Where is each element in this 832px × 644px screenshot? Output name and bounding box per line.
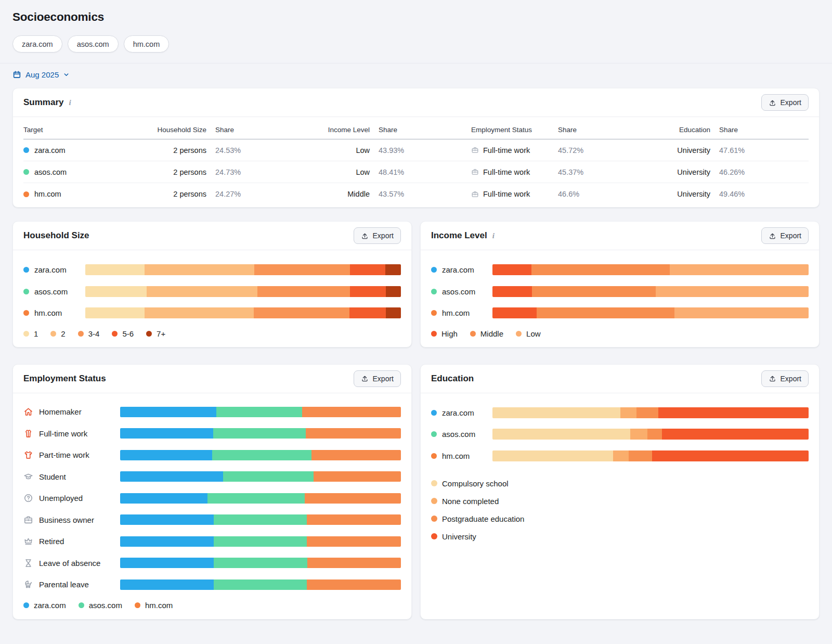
employment-status-value: Full-time work	[471, 146, 549, 154]
bar-segment	[385, 264, 401, 275]
date-picker[interactable]: Aug 2025	[12, 70, 820, 79]
education-bar-row: zara.com	[431, 407, 809, 418]
info-icon[interactable]: i	[69, 98, 71, 107]
income-level-value: Low	[320, 168, 370, 176]
summary-title: Summary	[23, 97, 63, 108]
household-share-value: 24.73%	[206, 168, 320, 176]
export-label: Export	[373, 375, 394, 383]
target-dot	[23, 310, 29, 316]
legend-label: 7+	[157, 329, 165, 338]
legend-label: 1	[34, 329, 38, 338]
legend-item[interactable]: 3-4	[78, 329, 100, 338]
row-label: hm.com	[431, 452, 492, 460]
target-chip[interactable]: asos.com	[68, 35, 119, 53]
export-button[interactable]: Export	[354, 370, 401, 387]
household-bar-row: asos.com	[23, 286, 401, 297]
summary-card-header: Summary i Export	[13, 88, 819, 117]
legend-item[interactable]: 5-6	[112, 329, 134, 338]
legend-item[interactable]: University	[431, 532, 809, 541]
summary-table: TargetHousehold SizeShareIncome LevelSha…	[13, 117, 819, 207]
target-label: asos.com	[34, 287, 68, 296]
legend-dot	[78, 331, 84, 337]
row-label: zara.com	[23, 265, 85, 274]
target-cell: asos.com	[23, 168, 151, 176]
bar-segment	[662, 429, 809, 440]
legend-item[interactable]: zara.com	[23, 601, 66, 610]
legend-label: 3-4	[88, 329, 100, 338]
column-header: Income Level	[320, 126, 370, 134]
target-dot	[23, 289, 29, 294]
chevron-down-icon	[63, 71, 70, 78]
education-value: University	[646, 190, 710, 198]
legend-item[interactable]: Middle	[470, 329, 503, 338]
column-header: Education	[646, 126, 710, 134]
household-size-card: Household Size Export zara.comasos.comhm…	[12, 221, 412, 347]
income-bar-row: zara.com	[431, 264, 809, 275]
legend-item[interactable]: High	[431, 329, 458, 338]
bar-segment	[214, 558, 307, 568]
employment-bar-row: Full-time work	[23, 428, 401, 439]
export-button[interactable]: Export	[761, 370, 809, 387]
target-dot	[23, 191, 29, 197]
info-icon[interactable]: i	[492, 231, 495, 240]
export-button[interactable]: Export	[354, 227, 401, 244]
row-label: Parental leave	[23, 579, 120, 589]
household-bars: zara.comasos.comhm.com	[23, 264, 401, 318]
employment-status-value: Full-time work	[471, 168, 549, 176]
stacked-bar	[120, 558, 401, 568]
bar-segment	[305, 493, 401, 504]
legend-item[interactable]: 7+	[146, 329, 165, 338]
legend-item[interactable]: Postgraduate education	[431, 514, 809, 523]
charts-row-2: Employment Status Export HomemakerFull-t…	[12, 364, 820, 620]
target-dot	[431, 267, 437, 273]
legend-item[interactable]: 1	[23, 329, 38, 338]
target-dot	[23, 267, 29, 273]
bar-segment	[307, 536, 401, 547]
legend-label: None completed	[442, 497, 499, 506]
crown-icon	[23, 536, 33, 546]
column-header: Share	[206, 126, 320, 134]
bar-segment	[120, 514, 214, 525]
employment-bar-row: Student	[23, 471, 401, 482]
household-share-value: 24.53%	[206, 146, 320, 154]
legend-item[interactable]: asos.com	[79, 601, 122, 610]
bar-segment	[85, 264, 145, 275]
export-button[interactable]: Export	[761, 94, 809, 111]
legend-item[interactable]: Compulsory school	[431, 479, 809, 488]
employment-bar-row: Parental leave	[23, 579, 401, 590]
legend-item[interactable]: Low	[516, 329, 541, 338]
bar-segment	[350, 264, 385, 275]
legend-label: Low	[526, 329, 541, 338]
status-label: Part-time work	[39, 450, 89, 459]
legend-label: 5-6	[122, 329, 134, 338]
row-label: asos.com	[431, 430, 492, 439]
bar-segment	[532, 286, 656, 297]
table-row: asos.com2 persons24.73%Low48.41%Full-tim…	[23, 161, 809, 183]
hourglass-icon	[23, 558, 33, 568]
legend-item[interactable]: None completed	[431, 497, 809, 506]
stacked-bar	[85, 264, 401, 275]
status-label: Retired	[39, 537, 64, 546]
row-label: Business owner	[23, 515, 120, 525]
bar-segment	[658, 407, 809, 418]
status-label: Parental leave	[39, 580, 89, 589]
legend-label: Compulsory school	[442, 479, 509, 488]
target-chip[interactable]: zara.com	[12, 35, 62, 53]
bar-segment	[307, 558, 401, 568]
legend-dot	[23, 331, 29, 337]
legend-item[interactable]: 2	[50, 329, 65, 338]
target-chip[interactable]: hm.com	[124, 35, 170, 53]
income-level-card: Income Level i Export zara.comasos.comhm…	[420, 221, 820, 347]
briefcase-icon	[471, 146, 479, 154]
household-bar-row: zara.com	[23, 264, 401, 275]
household-bar-row: hm.com	[23, 307, 401, 318]
legend-item[interactable]: hm.com	[135, 601, 173, 610]
employment-share-value: 45.37%	[549, 168, 646, 176]
legend-label: 2	[61, 329, 65, 338]
employment-bar-row: Unemployed	[23, 493, 401, 504]
bar-segment	[307, 579, 401, 590]
employment-status-label: Full-time work	[483, 168, 530, 176]
export-button[interactable]: Export	[761, 227, 809, 244]
bar-segment	[214, 579, 307, 590]
charts-row-1: Household Size Export zara.comasos.comhm…	[12, 221, 820, 347]
